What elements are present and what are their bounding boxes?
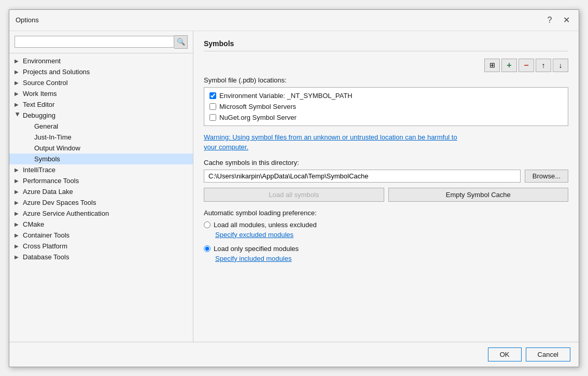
toolbar-up-button[interactable]: ↑ (536, 59, 551, 72)
radio-load-all[interactable] (204, 221, 211, 228)
checkbox-ms-servers[interactable] (209, 103, 216, 110)
radio-load-all-label: Load all modules, unless excluded (214, 221, 317, 229)
tree-label-symbols: Symbols (34, 155, 60, 163)
warning-prefix: Warning: Using symbol files from an (204, 133, 313, 141)
tree-item-symbols[interactable]: Symbols (9, 154, 193, 164)
tree-item-azure-dev-spaces[interactable]: ▶Azure Dev Spaces Tools (9, 197, 193, 208)
tree-arrow-azure-service-auth: ▶ (15, 211, 21, 216)
tree-arrow-projects: ▶ (15, 69, 21, 75)
cache-input[interactable] (204, 170, 521, 183)
cache-label: Cache symbols in this directory: (204, 159, 568, 166)
close-button[interactable]: ✕ (560, 14, 572, 26)
tree-item-work-items[interactable]: ▶Work Items (9, 88, 193, 99)
section-title: Symbols (204, 39, 568, 51)
tree-label-general: General (34, 122, 58, 130)
tree-arrow-intellitrace: ▶ (15, 167, 21, 173)
tree-item-projects[interactable]: ▶Projects and Solutions (9, 66, 193, 77)
tree-arrow-work-items: ▶ (15, 91, 21, 96)
tree-label-debugging: Debugging (23, 112, 55, 119)
tree-label-text-editor: Text Editor (23, 101, 54, 108)
tree-label-database-tools: Database Tools (23, 253, 69, 261)
tree-label-azure-service-auth: Azure Service Authentication (23, 210, 109, 217)
excluded-modules-link[interactable]: Specify excluded modules (215, 231, 293, 239)
checkbox-row-ms-servers: Microsoft Symbol Servers (209, 103, 563, 110)
tree-item-just-in-time[interactable]: Just-In-Time (9, 132, 193, 143)
warning-link[interactable]: unknown or untrusted location (313, 133, 403, 141)
tree-arrow-debugging: ▶ (15, 112, 21, 118)
load-all-symbols-button[interactable]: Load all symbols (204, 188, 384, 202)
tree-container[interactable]: ▶Environment▶Projects and Solutions▶Sour… (9, 53, 193, 342)
browse-button[interactable]: Browse... (525, 170, 568, 183)
tree-arrow-azure-data-lake: ▶ (15, 189, 21, 194)
tree-arrow-container-tools: ▶ (15, 232, 21, 238)
tree-label-source-control: Source Control (23, 79, 68, 87)
tree-arrow-performance-tools: ▶ (15, 178, 21, 184)
tree-item-database-tools[interactable]: ▶Database Tools (9, 252, 193, 262)
tree-label-container-tools: Container Tools (23, 231, 69, 239)
dialog-footer: OK Cancel (9, 342, 579, 367)
tree-label-azure-data-lake: Azure Data Lake (23, 188, 73, 196)
ok-button[interactable]: OK (488, 347, 522, 361)
checkbox-nuget-server[interactable] (209, 114, 216, 121)
toolbar-settings-button[interactable]: ⊞ (484, 59, 500, 72)
toolbar-down-button[interactable]: ↓ (553, 59, 568, 72)
radio-load-specified-label: Load only specified modules (214, 245, 299, 253)
tree-item-performance-tools[interactable]: ▶Performance Tools (9, 175, 193, 186)
tree-item-text-editor[interactable]: ▶Text Editor (9, 99, 193, 110)
tree-arrow-text-editor: ▶ (15, 102, 21, 107)
tree-item-output-window[interactable]: Output Window (9, 143, 193, 154)
dialog-title: Options (16, 16, 39, 24)
checkbox-env-var[interactable] (209, 92, 216, 99)
tree-arrow-source-control: ▶ (15, 80, 21, 86)
tree-item-environment[interactable]: ▶Environment (9, 55, 193, 66)
tree-arrow-azure-dev-spaces: ▶ (15, 200, 21, 205)
tree-arrow-cross-platform: ▶ (15, 243, 21, 249)
action-row: Load all symbols Empty Symbol Cache (204, 188, 568, 202)
dialog-body: 🔍 ▶Environment▶Projects and Solutions▶So… (9, 31, 579, 342)
tree-label-environment: Environment (23, 57, 61, 65)
checkbox-label-ms-servers: Microsoft Symbol Servers (219, 103, 296, 110)
help-button[interactable]: ? (543, 14, 556, 26)
tree-label-projects: Projects and Solutions (23, 68, 90, 76)
radio-load-specified-row: Load only specified modules (204, 245, 568, 253)
tree-item-debugging[interactable]: ▶Debugging (9, 110, 193, 121)
toolbar-row: ⊞ + − ↑ ↓ (204, 59, 568, 72)
tree-item-container-tools[interactable]: ▶Container Tools (9, 230, 193, 241)
checkbox-label-env-var: Environment Variable: _NT_SYMBOL_PATH (219, 92, 353, 100)
checkbox-row-nuget-server: NuGet.org Symbol Server (209, 114, 563, 121)
options-dialog: Options ? ✕ 🔍 ▶Environment▶Projects and … (9, 9, 579, 367)
radio-load-all-row: Load all modules, unless excluded (204, 221, 568, 229)
tree-label-just-in-time: Just-In-Time (34, 133, 72, 141)
tree-item-general[interactable]: General (9, 121, 193, 132)
tree-item-cmake[interactable]: ▶CMake (9, 219, 193, 230)
title-bar: Options ? ✕ (9, 10, 579, 31)
tree-item-azure-data-lake[interactable]: ▶Azure Data Lake (9, 186, 193, 197)
cancel-button[interactable]: Cancel (526, 347, 570, 361)
symbol-locations-box: Environment Variable: _NT_SYMBOL_PATHMic… (204, 87, 568, 126)
tree-item-azure-service-auth[interactable]: ▶Azure Service Authentication (9, 208, 193, 219)
search-bar: 🔍 (9, 31, 193, 53)
excluded-modules-link-row: Specify excluded modules (215, 231, 568, 239)
included-modules-link[interactable]: Specify included modules (215, 255, 291, 262)
search-input[interactable] (15, 36, 174, 48)
locations-label: Symbol file (.pdb) locations: (204, 76, 568, 84)
tree-label-work-items: Work Items (23, 90, 57, 98)
pref-label: Automatic symbol loading preference: (204, 209, 568, 217)
left-panel: 🔍 ▶Environment▶Projects and Solutions▶So… (9, 31, 193, 342)
toolbar-add-button[interactable]: + (501, 59, 517, 72)
right-panel: Symbols ⊞ + − ↑ ↓ Symbol file (.pdb) loc… (193, 31, 579, 342)
tree-item-intellitrace[interactable]: ▶IntelliTrace (9, 164, 193, 175)
checkbox-label-nuget-server: NuGet.org Symbol Server (219, 114, 297, 121)
tree-label-intellitrace: IntelliTrace (23, 166, 55, 174)
tree-item-cross-platform[interactable]: ▶Cross Platform (9, 241, 193, 252)
tree-item-source-control[interactable]: ▶Source Control (9, 77, 193, 88)
checkbox-row-env-var: Environment Variable: _NT_SYMBOL_PATH (209, 92, 563, 100)
radio-load-specified[interactable] (204, 245, 211, 252)
search-button[interactable]: 🔍 (174, 35, 188, 49)
tree-arrow-environment: ▶ (15, 58, 21, 64)
tree-arrow-cmake: ▶ (15, 221, 21, 227)
title-bar-controls: ? ✕ (543, 14, 572, 26)
warning-text: Warning: Using symbol files from an unkn… (204, 132, 568, 152)
toolbar-remove-button[interactable]: − (519, 59, 534, 72)
empty-cache-button[interactable]: Empty Symbol Cache (388, 188, 569, 202)
